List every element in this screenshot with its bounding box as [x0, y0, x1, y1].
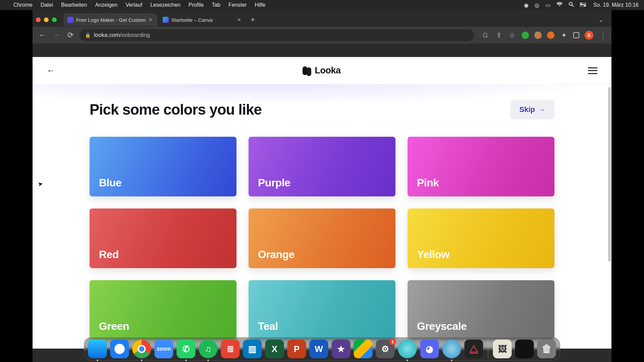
dock-chrome[interactable]: [132, 340, 151, 358]
tab-overflow-icon[interactable]: ⌄: [598, 16, 608, 23]
nav-back-button[interactable]: ←: [37, 30, 47, 40]
menu-profile[interactable]: Profile: [189, 2, 204, 8]
screen-icon[interactable]: ◎: [535, 2, 539, 8]
menu-hamburger-icon[interactable]: [588, 67, 597, 74]
menubar-app-name[interactable]: Chrome: [13, 2, 33, 8]
menu-datei[interactable]: Datei: [41, 2, 53, 8]
url-path: /onboarding: [120, 32, 150, 38]
window-zoom-button[interactable]: [52, 17, 57, 22]
dock-finder[interactable]: [88, 340, 107, 358]
spotlight-icon[interactable]: [569, 2, 574, 8]
dock-powerpoint[interactable]: P: [287, 340, 306, 358]
window-close-button[interactable]: [36, 17, 41, 22]
dock-word[interactable]: W: [310, 340, 328, 358]
color-card-teal[interactable]: Teal: [249, 280, 395, 340]
wifi-icon[interactable]: [556, 2, 562, 8]
color-card-green[interactable]: Green: [90, 280, 236, 340]
dock-safari[interactable]: [110, 340, 129, 358]
dock-audio-app[interactable]: ⧋: [465, 340, 483, 358]
svg-point-4: [581, 3, 582, 4]
menubar-datetime[interactable]: So. 19. März 10:16: [592, 2, 639, 8]
google-translate-icon[interactable]: G: [481, 31, 489, 39]
bookmark-icon[interactable]: ☆: [508, 31, 516, 39]
new-tab-button[interactable]: +: [247, 14, 259, 25]
sidepanel-icon[interactable]: [573, 32, 579, 38]
menu-verlauf[interactable]: Verlauf: [125, 2, 142, 8]
dock-todoist[interactable]: ≣: [221, 340, 240, 358]
macos-dock: zoom ✆ ♫ ≣ ▥ X P W ★ ⚙1 ◕ ⧋ 🖼 🗑: [84, 335, 560, 361]
tab-title: Free Logo Maker - Get Custom: [76, 17, 146, 23]
dock-spotify[interactable]: ♫: [199, 340, 218, 358]
color-label: Orange: [258, 248, 294, 261]
color-card-orange[interactable]: Orange: [249, 208, 395, 268]
control-center-icon[interactable]: [580, 2, 586, 8]
color-card-purple[interactable]: Purple: [249, 137, 395, 196]
chrome-menu-icon[interactable]: ⋮: [599, 31, 607, 39]
settings-badge: 1: [389, 338, 396, 345]
nav-reload-button[interactable]: ⟳: [65, 30, 75, 40]
dock-separator: [488, 340, 488, 358]
dock-dark-app[interactable]: [515, 340, 534, 358]
menu-tab[interactable]: Tab: [212, 2, 220, 8]
page-heading: Pick some colors you like: [90, 101, 262, 118]
menu-bearbeiten[interactable]: Bearbeiten: [61, 2, 87, 8]
extension-icon-2[interactable]: [534, 32, 542, 39]
dock-drive[interactable]: [354, 340, 373, 358]
color-label: Blue: [99, 177, 121, 189]
share-icon[interactable]: ⇪: [495, 31, 503, 39]
menu-fenster[interactable]: Fenster: [228, 2, 247, 8]
color-card-blue[interactable]: Blue: [90, 137, 236, 196]
menu-anzeigen[interactable]: Anzeigen: [95, 2, 118, 8]
window-minimize-button[interactable]: [44, 17, 49, 22]
dock-preview[interactable]: 🖼: [493, 340, 512, 358]
tab-close-icon[interactable]: ✕: [237, 17, 241, 22]
dock-whatsapp[interactable]: ✆: [177, 340, 196, 358]
color-label: Greyscale: [417, 320, 467, 333]
tab-canva[interactable]: Startseite – Canva ✕: [159, 13, 246, 26]
dock-app-circle[interactable]: [398, 340, 417, 358]
tab-title: Startseite – Canva: [171, 17, 234, 23]
extension-icon-3[interactable]: [547, 32, 554, 39]
macos-menubar: Chrome Datei Bearbeiten Anzeigen Verlauf…: [0, 0, 644, 10]
page-viewport: ← Looka Pick some colors you like Skip →…: [33, 57, 611, 349]
record-icon[interactable]: ◉: [524, 2, 529, 8]
color-label: Pink: [417, 177, 439, 189]
letterbox-left: [0, 10, 33, 362]
address-bar[interactable]: 🔒 looka.com/onboarding: [79, 29, 474, 41]
arrow-right-icon: →: [538, 106, 545, 114]
skip-button[interactable]: Skip →: [510, 100, 554, 119]
extension-shield-icon[interactable]: [522, 32, 529, 39]
dock-quicktime[interactable]: [442, 340, 461, 358]
dock-trello[interactable]: ▥: [243, 340, 262, 358]
color-card-red[interactable]: Red: [90, 208, 236, 268]
tab-close-icon[interactable]: ✕: [149, 17, 153, 22]
color-card-yellow[interactable]: Yellow: [408, 208, 554, 268]
dock-zoom[interactable]: zoom: [155, 340, 173, 358]
brand-logo[interactable]: Looka: [303, 65, 340, 76]
menu-lesezeichen[interactable]: Lesezeichen: [150, 2, 180, 8]
color-card-pink[interactable]: Pink: [408, 137, 554, 196]
dock-imovie[interactable]: ★: [332, 340, 351, 358]
tab-favicon-icon: [163, 17, 169, 23]
url-domain: looka.com: [94, 32, 120, 38]
color-grid: Blue Purple Pink Red Orange Yellow Green…: [33, 125, 611, 340]
lock-icon: 🔒: [85, 33, 91, 38]
dock-excel[interactable]: X: [265, 340, 284, 358]
page-scrollbar[interactable]: [608, 87, 611, 261]
battery-icon[interactable]: ▭: [545, 2, 550, 8]
nav-forward-button[interactable]: →: [51, 30, 61, 40]
color-card-greyscale[interactable]: Greyscale: [408, 280, 554, 340]
color-label: Red: [99, 248, 119, 261]
dock-trash[interactable]: 🗑: [537, 340, 556, 358]
svg-point-0: [569, 2, 572, 5]
brand-mark-icon: [303, 66, 311, 75]
chrome-tabstrip: Free Logo Maker - Get Custom ✕ Startseit…: [33, 10, 611, 27]
back-button[interactable]: ←: [47, 65, 55, 76]
skip-label: Skip: [520, 105, 535, 114]
dock-discord[interactable]: ◕: [420, 340, 439, 358]
extensions-menu-icon[interactable]: ✦: [560, 31, 568, 39]
menu-hilfe[interactable]: Hilfe: [255, 2, 265, 8]
profile-avatar[interactable]: S: [585, 31, 593, 40]
dock-settings[interactable]: ⚙1: [376, 340, 395, 358]
tab-looka[interactable]: Free Logo Maker - Get Custom ✕: [63, 13, 157, 26]
